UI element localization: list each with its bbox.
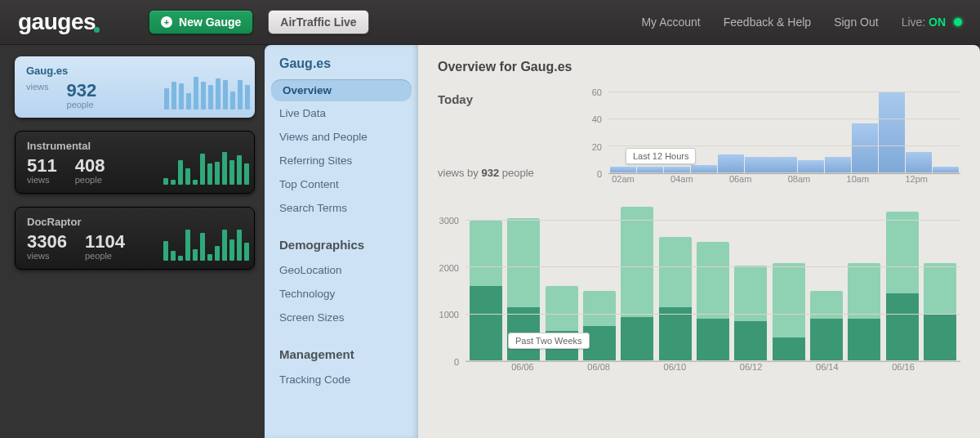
site-list: Gaug.es views 932people Instrumental 511… bbox=[0, 45, 265, 438]
hourly-bar bbox=[718, 154, 744, 173]
site-card-title: DocRaptor bbox=[27, 216, 152, 228]
daily-bar bbox=[694, 207, 732, 361]
hourly-bar bbox=[879, 92, 905, 173]
sidebar-item[interactable]: Overview bbox=[271, 79, 412, 101]
nav-feedback[interactable]: Feedback & Help bbox=[724, 16, 811, 29]
hourly-bar bbox=[825, 157, 851, 173]
site-card[interactable]: Gaug.es views 932people bbox=[15, 56, 255, 118]
sidebar-item[interactable]: Live Data bbox=[265, 101, 418, 125]
page-title: Overview for Gaug.es bbox=[438, 60, 960, 74]
daily-bar bbox=[618, 207, 656, 361]
daily-bar bbox=[732, 207, 769, 361]
sidebar: Gaug.es OverviewLive DataViews and Peopl… bbox=[265, 45, 418, 438]
daily-bar bbox=[770, 207, 808, 361]
sidebar-title: Gaug.es bbox=[265, 55, 418, 79]
sidebar-item[interactable]: Top Content bbox=[265, 172, 418, 196]
sidebar-item[interactable]: Tracking Code bbox=[265, 368, 418, 391]
sidebar-heading-management: Management bbox=[265, 329, 418, 368]
site-card-title: Gaug.es bbox=[26, 65, 153, 77]
live-status: Live: ON bbox=[902, 16, 962, 29]
hourly-bar bbox=[745, 157, 771, 173]
sparkline-icon bbox=[163, 150, 249, 185]
airtraffic-button[interactable]: AirTraffic Live bbox=[268, 10, 368, 34]
live-dot-icon bbox=[954, 18, 962, 26]
hourly-badge: Last 12 Hours bbox=[626, 148, 696, 164]
new-gauge-label: New Gauge bbox=[179, 16, 241, 29]
sparkline-icon bbox=[164, 75, 250, 110]
weeks-badge: Past Two Weeks bbox=[508, 333, 590, 349]
plus-icon: + bbox=[161, 16, 172, 28]
sidebar-item[interactable]: GeoLocation bbox=[265, 258, 418, 282]
today-heading: Today bbox=[438, 92, 581, 106]
sparkline-icon bbox=[163, 226, 249, 261]
daily-bar bbox=[808, 207, 845, 361]
site-card[interactable]: Instrumental 511views 408people bbox=[15, 131, 255, 194]
hourly-bar bbox=[771, 157, 797, 173]
sidebar-item[interactable]: Technology bbox=[265, 282, 418, 306]
daily-bar bbox=[883, 207, 920, 361]
nav-sign-out[interactable]: Sign Out bbox=[834, 16, 878, 29]
hourly-bar bbox=[852, 123, 878, 173]
today-summary: views by 932 people bbox=[438, 167, 581, 179]
daily-bar bbox=[921, 207, 959, 361]
daily-bar bbox=[657, 207, 694, 361]
site-card-title: Instrumental bbox=[27, 140, 152, 152]
sidebar-item[interactable]: Referring Sites bbox=[265, 149, 418, 172]
sidebar-heading-demographics: Demographics bbox=[265, 220, 418, 258]
logo: gauges bbox=[18, 9, 100, 35]
daily-bar bbox=[467, 207, 505, 361]
site-card[interactable]: DocRaptor 3306views 1104people bbox=[15, 207, 255, 270]
sidebar-item[interactable]: Search Terms bbox=[265, 196, 418, 220]
hourly-bar bbox=[906, 152, 932, 173]
nav-my-account[interactable]: My Account bbox=[641, 16, 700, 29]
sidebar-item[interactable]: Views and People bbox=[265, 125, 418, 149]
hourly-bar bbox=[798, 160, 824, 173]
daily-bar bbox=[845, 207, 883, 361]
sidebar-item[interactable]: Screen Sizes bbox=[265, 306, 418, 329]
new-gauge-button[interactable]: + New Gauge bbox=[149, 10, 253, 34]
